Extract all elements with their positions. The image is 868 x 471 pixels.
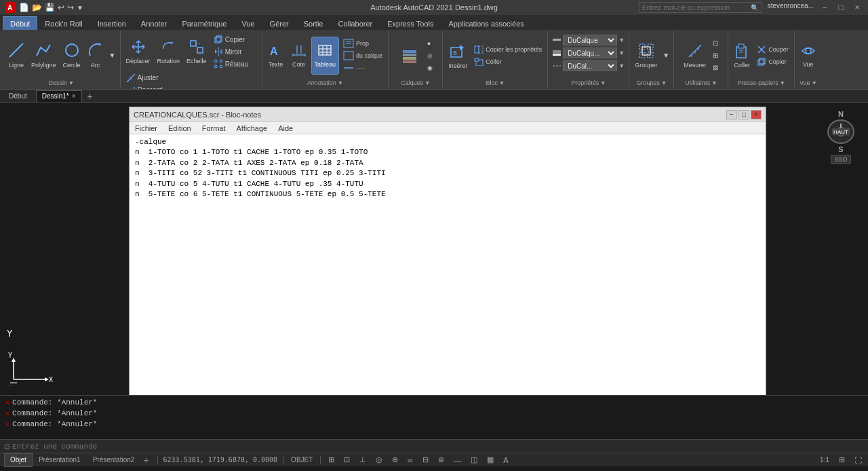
minimize-btn[interactable]: − [819, 2, 830, 13]
grid-btn[interactable]: ⊞ [326, 455, 336, 464]
search-box[interactable]: 🔍 [639, 2, 762, 13]
zoom-level[interactable]: 1:1 [818, 456, 831, 464]
polar-btn[interactable]: ◎ [374, 455, 384, 464]
sel-btn[interactable]: ▦ [485, 455, 496, 464]
btn-util3[interactable]: ⊠ [710, 62, 721, 73]
qa-redo[interactable]: ↪ [67, 3, 74, 12]
qa-undo[interactable]: ↩ [58, 3, 64, 12]
btn-calques-main[interactable] [396, 37, 423, 75]
command-input[interactable] [12, 442, 864, 451]
tab-objet[interactable]: Objet [4, 453, 33, 467]
tab-presentation1[interactable]: Présentation1 [33, 453, 87, 467]
btn-grouper-more[interactable]: ▼ [661, 37, 671, 75]
tab-collaborer[interactable]: Collaborer [330, 16, 380, 30]
btn-ann-more2[interactable]: du calque [340, 50, 385, 61]
btn-copier-prop[interactable]: Copier les propriétés [471, 43, 545, 55]
tab-gerer[interactable]: Gérer [262, 16, 296, 30]
search-icon[interactable]: 🔍 [751, 4, 759, 12]
notepad-minimize[interactable]: − [726, 110, 737, 119]
utilitaires-expand-icon[interactable]: ▼ [711, 80, 717, 86]
ortho-btn[interactable]: ⊥ [357, 455, 368, 464]
btn-cercle[interactable]: Cercle [60, 37, 83, 75]
tab-parametrique[interactable]: Paramétrique [174, 16, 234, 30]
color-dropdown-icon[interactable]: ▼ [618, 50, 625, 56]
btn-util1[interactable]: ⊡ [710, 37, 721, 49]
linetype-select[interactable]: DuCal... [563, 60, 617, 71]
btn-rotation[interactable]: Rotation [155, 33, 183, 71]
btn-cote[interactable]: Cote [288, 37, 310, 75]
np-menu-affichage[interactable]: Affichage [234, 124, 271, 132]
presse-expand-icon[interactable]: ▼ [780, 80, 785, 86]
btn-reseau[interactable]: Réseau [211, 58, 251, 70]
notepad-close[interactable]: × [751, 110, 762, 119]
tab-annoter[interactable]: Annoter [134, 16, 175, 30]
btn-ann-more1[interactable]: Prop [340, 37, 385, 49]
vue-expand-icon[interactable]: ▼ [812, 80, 817, 86]
maximize-btn[interactable]: □ [835, 2, 846, 13]
dessin-expand-icon[interactable]: ▼ [68, 80, 74, 86]
btn-arc[interactable]: Arc [85, 37, 106, 75]
ucs-btn[interactable]: ⊟ [420, 455, 431, 464]
btn-polyligne[interactable]: Polyligne [28, 37, 59, 75]
tab-applications[interactable]: Applications associées [441, 16, 532, 30]
btn-ajuster[interactable]: Ajuster [123, 72, 165, 83]
fullscreen-btn[interactable]: ⛶ [852, 456, 864, 464]
qa-new[interactable]: 📄 [19, 3, 29, 12]
compass-circle[interactable]: HAUT [827, 119, 854, 144]
np-menu-format[interactable]: Format [199, 124, 229, 132]
layer-select[interactable]: DuCalque [563, 35, 617, 45]
np-menu-edition[interactable]: Edition [165, 124, 194, 132]
calques-expand-icon[interactable]: ▼ [425, 80, 430, 86]
btn-coller-main[interactable]: Coller [731, 37, 753, 75]
tab-dessin1[interactable]: Dessin1* × [36, 90, 82, 102]
search-input[interactable] [642, 4, 751, 12]
groupes-expand-icon[interactable]: ▼ [661, 80, 667, 86]
tab-add-layout[interactable]: + [140, 455, 151, 466]
qa-more[interactable]: ▼ [77, 4, 83, 12]
dyn-btn[interactable]: ⊛ [436, 455, 446, 464]
btn-raccord[interactable]: Raccord [123, 84, 165, 90]
linetype-dropdown-icon[interactable]: ▼ [618, 62, 625, 69]
btn-coller[interactable]: Coller [471, 56, 545, 67]
workspace-btn[interactable]: ⊞ [837, 455, 847, 464]
btn-grouper[interactable]: Grouper [632, 37, 660, 75]
anno-btn[interactable]: A [501, 456, 510, 464]
bloc-expand-icon[interactable]: ▼ [499, 80, 505, 86]
btn-texte[interactable]: A Texte [265, 37, 287, 75]
lw-btn[interactable]: — [452, 456, 463, 464]
tab-close-icon[interactable]: × [72, 92, 76, 100]
btn-copier2[interactable]: Copier [754, 56, 791, 67]
btn-cal2[interactable]: ◎ [425, 50, 435, 61]
btn-ligne[interactable]: Ligne [5, 37, 27, 75]
btn-cal1[interactable]: ● [425, 37, 435, 49]
tab-express-tools[interactable]: Express Tools [380, 16, 441, 30]
np-menu-aide[interactable]: Aide [275, 124, 296, 132]
tab-debut[interactable]: Début [3, 16, 37, 30]
btn-mesurer[interactable]: Mesurer [681, 37, 709, 75]
btn-echelle[interactable]: Echelle [184, 33, 210, 71]
snap-mode[interactable]: OBJET [289, 456, 315, 464]
np-menu-fichier[interactable]: Fichier [132, 124, 160, 132]
otrack-btn[interactable]: ∞ [406, 456, 415, 464]
btn-dessin-more[interactable]: ▼ [108, 37, 117, 75]
haut-btn[interactable]: HAUT [832, 128, 850, 136]
tab-sortie[interactable]: Sortie [296, 16, 331, 30]
tab-add-btn[interactable]: + [85, 91, 96, 102]
color-select[interactable]: DuCalqu... [563, 48, 617, 58]
layer-dropdown-icon[interactable]: ▼ [618, 37, 625, 43]
btn-copier[interactable]: Copier [211, 34, 251, 45]
btn-couper[interactable]: Couper [754, 43, 791, 55]
btn-inserer[interactable]: B Insérer [446, 37, 470, 75]
notepad-maximize[interactable]: □ [738, 110, 749, 119]
osnap-btn[interactable]: ⊕ [390, 455, 400, 464]
compass-sso[interactable]: SSO [831, 155, 850, 164]
btn-vue[interactable]: Vue [797, 37, 819, 75]
tab-debut-doc[interactable]: Début [3, 90, 33, 102]
qa-save[interactable]: 💾 [45, 3, 55, 12]
btn-miroir[interactable]: Miroir [211, 46, 251, 58]
qa-open[interactable]: 📂 [32, 3, 42, 12]
close-btn[interactable]: × [852, 2, 863, 13]
tab-insertion[interactable]: Insertion [90, 16, 134, 30]
tab-vue[interactable]: Vue [234, 16, 262, 30]
btn-ann-more3[interactable]: ── [340, 62, 385, 73]
